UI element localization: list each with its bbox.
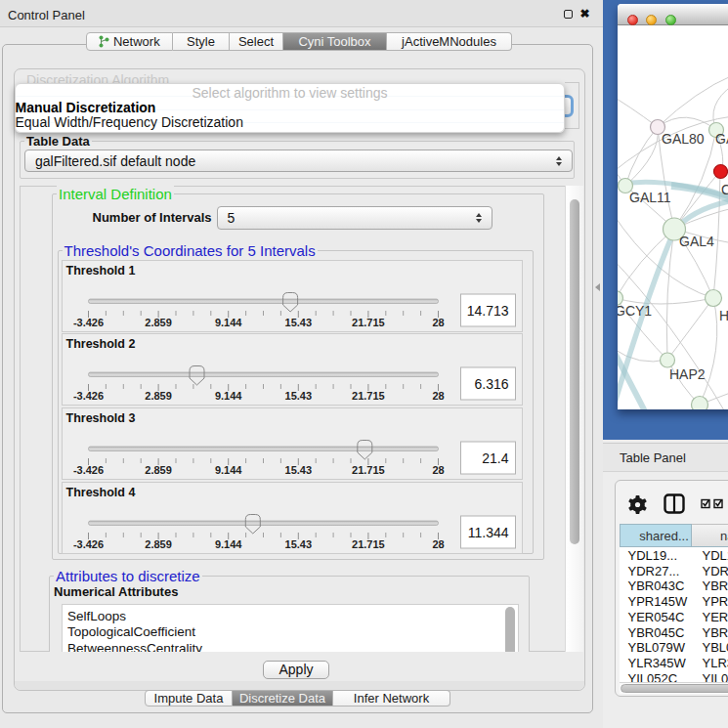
svg-text:28: 28	[432, 390, 444, 402]
svg-text:C: C	[721, 182, 728, 197]
svg-text:9.144: 9.144	[214, 317, 241, 328]
svg-text:9.144: 9.144	[214, 390, 241, 402]
svg-text:15.43: 15.43	[284, 538, 312, 550]
svg-text:2.859: 2.859	[145, 390, 172, 402]
svg-text:6.316: 6.316	[474, 376, 508, 392]
svg-text:-3.426: -3.426	[72, 390, 103, 402]
svg-text:2.859: 2.859	[145, 464, 172, 476]
svg-text:H: H	[719, 308, 728, 323]
svg-text:GCY1: GCY1	[618, 303, 652, 319]
svg-text:15.43: 15.43	[284, 464, 312, 476]
svg-text:28: 28	[432, 538, 444, 550]
svg-text:15.43: 15.43	[284, 390, 312, 402]
svg-text:GA: GA	[715, 131, 728, 147]
svg-text:14.713: 14.713	[466, 303, 508, 319]
svg-text:GAL11: GAL11	[629, 190, 671, 205]
svg-text:15.43: 15.43	[284, 317, 312, 328]
svg-text:28: 28	[432, 464, 444, 476]
svg-text:-3.426: -3.426	[72, 464, 103, 476]
svg-text:9.144: 9.144	[214, 538, 241, 550]
svg-text:GAL80: GAL80	[662, 131, 705, 147]
svg-text:21.715: 21.715	[352, 464, 385, 476]
svg-text:21.715: 21.715	[352, 317, 385, 328]
svg-text:-3.426: -3.426	[72, 317, 103, 328]
svg-text:9.144: 9.144	[214, 464, 241, 476]
svg-text:21.715: 21.715	[352, 538, 385, 550]
svg-text:11.344: 11.344	[467, 525, 508, 540]
svg-text:2.859: 2.859	[145, 317, 172, 328]
svg-text:2.859: 2.859	[145, 538, 172, 550]
svg-text:HAP2: HAP2	[669, 366, 706, 382]
svg-text:28: 28	[432, 317, 444, 328]
svg-text:-3.426: -3.426	[72, 538, 103, 550]
svg-text:21.4: 21.4	[482, 450, 508, 466]
svg-text:21.715: 21.715	[352, 390, 385, 402]
svg-text:GAL4: GAL4	[679, 234, 714, 249]
